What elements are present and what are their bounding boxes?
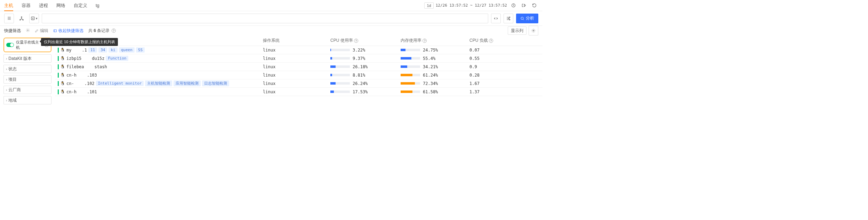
sidebar-item[interactable]: ›项目: [3, 75, 51, 84]
load-value: 0.55: [469, 56, 542, 61]
load-value: 0.9: [469, 64, 542, 69]
cpu-meter: [330, 49, 350, 51]
svg-point-7: [508, 18, 509, 18]
cpu-meter: [330, 74, 350, 76]
chevron-right-icon: ›: [6, 67, 7, 71]
mem-value: 55.4%: [423, 56, 440, 61]
help-icon[interactable]: ?: [489, 39, 493, 43]
cpu-value: 8.81%: [353, 73, 369, 78]
hostname: cn-hxxxxx.101: [66, 89, 97, 94]
collapse-filter-link[interactable]: 收起快捷筛选: [53, 28, 83, 34]
tab-tg[interactable]: tg: [96, 0, 99, 11]
hostname: filebeaxxxxxstash: [66, 64, 107, 69]
host-tag[interactable]: 主机智能检测: [145, 80, 172, 86]
host-tag[interactable]: 日志智能检测: [202, 80, 229, 86]
mem-value: 34.21%: [423, 64, 440, 69]
cpu-meter: [330, 57, 350, 60]
status-indicator: [58, 89, 59, 94]
host-tag[interactable]: Function: [106, 56, 128, 61]
table-header: 操作系统 CPU 使用率 ? 内存使用率 ? CPU 负载 ?: [55, 36, 542, 46]
help-icon[interactable]: ?: [354, 39, 358, 43]
host-tag[interactable]: 11: [88, 47, 97, 53]
tab-进程[interactable]: 进程: [39, 0, 48, 11]
status-indicator: [58, 48, 59, 53]
online-hosts-toggle[interactable]: [6, 43, 14, 47]
table-row[interactable]: 🐧izbp15xxxxxdu15zFunctionlinux9.37%55.4%…: [55, 54, 542, 63]
svg-point-12: [533, 30, 534, 31]
sidebar-item[interactable]: ›地域: [3, 96, 51, 104]
table-row[interactable]: 🐧cn-hxxxxx.103linux8.81%61.24%0.28: [55, 71, 542, 79]
column-settings-icon[interactable]: [529, 26, 538, 36]
sidebar: 仅显示在线主机 ? 仅列出最近 10 分钟有数据上报的主机列表 ›DataKit…: [0, 36, 55, 107]
status-indicator: [58, 56, 59, 61]
mem-meter: [401, 74, 420, 76]
svg-point-6: [509, 17, 510, 17]
refresh-icon[interactable]: [530, 1, 538, 10]
load-value: 1.67: [469, 81, 542, 86]
svg-point-10: [27, 30, 29, 31]
help-icon[interactable]: ?: [423, 39, 427, 43]
host-tag[interactable]: Intelligent monitor: [96, 81, 144, 86]
mem-value: 61.24%: [423, 73, 440, 78]
th-load[interactable]: CPU 负载 ?: [469, 38, 542, 44]
tab-网络[interactable]: 网络: [56, 0, 65, 11]
list-view-icon[interactable]: [4, 14, 14, 23]
sidebar-item[interactable]: ›云厂商: [3, 86, 51, 94]
mem-meter: [401, 82, 420, 85]
edit-link[interactable]: 编辑: [35, 28, 48, 34]
gear-icon[interactable]: [26, 28, 30, 33]
th-os[interactable]: 操作系统: [263, 38, 330, 44]
help-icon[interactable]: ?: [112, 29, 116, 33]
svg-point-9: [521, 17, 523, 19]
host-table: 操作系统 CPU 使用率 ? 内存使用率 ? CPU 负载 ? 🐧myxxxxx…: [55, 36, 542, 107]
host-tag[interactable]: 34: [98, 47, 107, 53]
table-row[interactable]: 🐧cn-xxxxx.102Intelligent monitor主机智能检测应用…: [55, 79, 542, 88]
th-mem[interactable]: 内存使用率 ?: [401, 38, 469, 44]
analyze-button[interactable]: 分析: [516, 14, 538, 23]
data-source-icon[interactable]: ▾: [29, 14, 39, 23]
quick-filter-title: 快捷筛选: [4, 28, 21, 34]
table-row[interactable]: 🐧cn-hxxxxx.101linux17.53%61.58%1.37: [55, 88, 542, 96]
cpu-value: 26.24%: [353, 81, 369, 86]
cpu-value: 17.53%: [353, 89, 369, 94]
svg-rect-11: [54, 30, 56, 32]
os-cell: linux: [263, 89, 330, 94]
os-icon: 🐧: [60, 56, 65, 61]
pause-icon[interactable]: [520, 1, 528, 10]
tab-主机[interactable]: 主机: [4, 0, 13, 11]
load-value: 1.37: [469, 89, 542, 94]
show-columns-button[interactable]: 显示列: [508, 26, 527, 35]
search-input[interactable]: [42, 14, 488, 23]
host-tag[interactable]: queen: [119, 47, 135, 53]
mem-value: 61.58%: [423, 89, 440, 94]
mem-meter: [401, 49, 420, 51]
topology-view-icon[interactable]: [17, 14, 26, 23]
time-range-text: 12/26 13:57:52 ~ 12/27 13:57:52: [436, 3, 507, 8]
code-icon[interactable]: [491, 14, 501, 23]
cpu-meter: [330, 82, 350, 85]
load-value: 0.28: [469, 73, 542, 78]
time-preset-button[interactable]: 1d: [424, 2, 433, 9]
hostname: cn-hxxxxx.103: [66, 73, 97, 78]
status-indicator: [58, 81, 59, 86]
tab-容器[interactable]: 容器: [22, 0, 31, 11]
table-row[interactable]: 🐧myxxxxx.11134kiqueenSSlinux3.22%24.75%0…: [55, 46, 542, 54]
chevron-right-icon: ›: [6, 57, 7, 61]
online-hosts-toggle-row: 仅显示在线主机 ? 仅列出最近 10 分钟有数据上报的主机列表: [3, 38, 51, 52]
clock-icon[interactable]: [509, 1, 517, 10]
table-row[interactable]: 🐧filebeaxxxxxstashlinux26.18%34.21%0.9: [55, 63, 542, 71]
sidebar-item[interactable]: ›状态: [3, 65, 51, 73]
status-indicator: [58, 64, 59, 69]
host-tag[interactable]: 应用智能检测: [174, 80, 201, 86]
os-cell: linux: [263, 64, 330, 69]
host-tag[interactable]: ki: [108, 47, 117, 53]
svg-point-8: [509, 19, 510, 20]
sidebar-item[interactable]: ›DataKit 版本: [3, 54, 51, 63]
settings-filter-icon[interactable]: [504, 14, 513, 23]
host-tag[interactable]: SS: [136, 47, 145, 53]
th-cpu[interactable]: CPU 使用率 ?: [330, 38, 401, 44]
record-count: 共 6 条记录 ?: [88, 28, 116, 34]
os-icon: 🐧: [60, 81, 65, 86]
chevron-right-icon: ›: [6, 99, 7, 102]
tab-自定义[interactable]: 自定义: [74, 0, 87, 11]
